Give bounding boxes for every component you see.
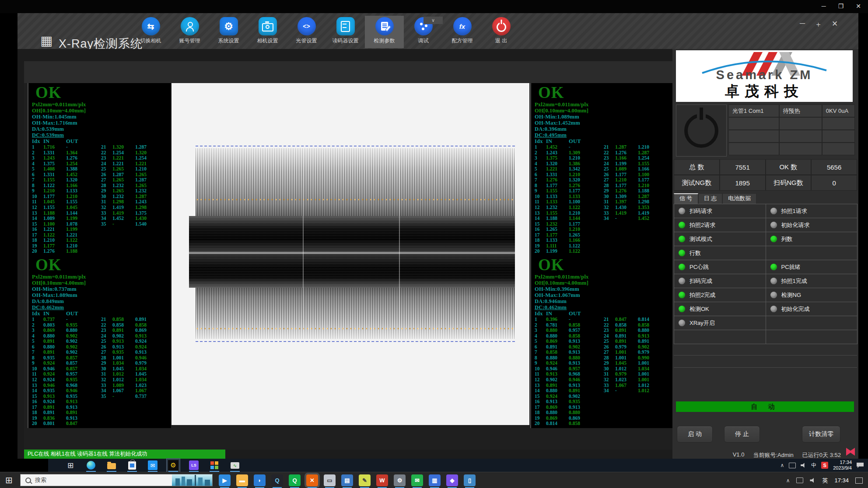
taskbar-icon-store[interactable] (126, 459, 139, 472)
brand-name-cn: 卓茂科技 (676, 82, 853, 101)
app-close-button[interactable]: ✕ (832, 19, 838, 29)
measure-row: 341.0671.067 (101, 388, 171, 394)
measure-row: 220.8580.858 (604, 322, 673, 328)
tray-chevron-icon[interactable]: ∧ (786, 478, 790, 484)
measure-row: 51.2211.342 (535, 166, 604, 172)
auto-mode-bar[interactable]: 自 动 (676, 401, 854, 412)
network-icon[interactable] (789, 463, 796, 468)
tab-log[interactable]: 日 志 (698, 193, 723, 204)
taskbar-icon-explorer[interactable] (105, 459, 118, 472)
start-button[interactable]: 启 动 (677, 426, 713, 443)
action-center-icon[interactable] (855, 478, 863, 484)
start-menu-button[interactable]: ⊞ (5, 475, 13, 485)
os-top-bar: ─ ❐ ✕ (0, 0, 868, 13)
power-icon (497, 22, 506, 32)
volume-icon[interactable] (801, 463, 806, 468)
clear-count-button[interactable]: 计数清零 (802, 426, 840, 443)
measure-row: 50.8910.902 (32, 338, 101, 344)
measure-row: 130.9460.968 (32, 383, 101, 388)
xray-power-button[interactable] (676, 105, 727, 157)
measure-row: 34-1.012 (604, 388, 673, 394)
os-close-button[interactable]: ✕ (856, 2, 861, 10)
pinned-app-notes[interactable]: ▤ (341, 474, 353, 486)
volume-icon[interactable] (810, 478, 816, 483)
measure-row: 270.9350.913 (101, 349, 171, 355)
pinned-app-xray-tool[interactable]: ✕ (306, 474, 318, 486)
taskbar-icon-mail[interactable]: ✉ (146, 459, 159, 472)
annotation-dashes-bottom (196, 341, 515, 342)
pinned-app-browser[interactable]: ◗ (254, 474, 266, 486)
pinned-app-monitor[interactable]: ▭ (324, 474, 336, 486)
measure-row: 171.1771.265 (535, 232, 604, 238)
toolbar-item-gear[interactable]: ⚙系统设置 (209, 16, 248, 48)
pinned-app-wechat[interactable]: ✉ (411, 474, 423, 486)
toolbar-dropdown-button[interactable]: ∨ (424, 17, 443, 24)
pinned-app-wps[interactable]: W (376, 474, 388, 486)
pinned-app-folder[interactable]: ▬ (236, 474, 248, 486)
taskbar-icon-start[interactable]: ⊞ (64, 459, 77, 472)
toolbar-item-switch-camera[interactable]: ⇆切换相机 (131, 16, 170, 48)
network-icon[interactable] (796, 478, 803, 483)
stop-button[interactable]: 停 止 (724, 426, 760, 443)
taskbar-icon-monitor[interactable]: ∿ (228, 459, 242, 472)
clock[interactable]: 17:34 2023/9/4 (833, 460, 852, 471)
measure-row: 271.2101.177 (604, 177, 673, 183)
tray-date: 2023/9/4 (833, 465, 852, 471)
toolbar-item-camera[interactable]: 相机设置 (248, 16, 287, 48)
measure-row: 121.1551.045 (32, 205, 101, 210)
pinned-app-qc-app[interactable]: Q (289, 474, 301, 486)
tab-battery-data[interactable]: 电池数据 (722, 193, 756, 204)
measure-row: 35-0.737 (101, 394, 171, 399)
signal-label: 列数 (781, 235, 793, 243)
measure-row: 101.1331.133 (535, 194, 604, 199)
toolbar-item-doc-edit[interactable]: 检测参数 (365, 16, 404, 48)
divider (674, 367, 857, 368)
toolbar-item-power[interactable]: 退 出 (482, 16, 521, 48)
language-indicator[interactable]: 英 (822, 477, 828, 485)
measurement-block: OKPxl2mm=0.011mm/plxOH[0.10mm~4.00mm]OH-… (28, 255, 171, 428)
pinned-app-tools[interactable]: ⚙ (394, 474, 406, 486)
app-maximize-button[interactable]: ＋ (815, 19, 822, 29)
toolbar-item-label: 退 出 (495, 37, 507, 45)
param-line: OH-Max:1.452mm (535, 120, 673, 126)
measure-column: 10.396-20.7810.85830.8800.95740.8800.858… (535, 317, 604, 426)
taskbar-icon-xray-app[interactable]: ⚙ (167, 459, 180, 472)
toolbar-item-fx[interactable]: fx配方管理 (443, 16, 482, 48)
param-line: DC:0.539mm (32, 132, 171, 138)
os-minimize-button[interactable]: ─ (822, 2, 826, 10)
app-minimize-button[interactable]: ─ (800, 19, 805, 29)
tray-chevron-icon[interactable]: ∧ (780, 462, 784, 468)
taskbar-icon-edge[interactable] (84, 459, 98, 472)
pinned-app-q-app[interactable]: Q (271, 474, 283, 486)
measure-row: 35-1.540 (101, 221, 171, 227)
notification-icon[interactable] (857, 463, 864, 468)
clock[interactable]: 17:34 (834, 477, 849, 484)
pinned-app-window-app[interactable]: ▯ (464, 474, 476, 486)
total-label: 总 数 (674, 159, 720, 175)
pinned-app-telegram[interactable]: ▶ (219, 474, 231, 486)
pinned-app-editor[interactable]: ✎ (359, 474, 371, 486)
measure-row: 251.2651.210 (101, 166, 171, 172)
measure-row: 120.9020.946 (535, 377, 604, 383)
param-line: DC:0.495mm (535, 132, 673, 138)
os-maximize-button[interactable]: ❐ (838, 2, 844, 10)
toolbar-item-reader[interactable]: 读码器设置 (326, 16, 365, 48)
pinned-app-purple-app[interactable]: ◆ (446, 474, 458, 486)
total-value: 7551 (720, 159, 766, 175)
tab-signal[interactable]: 信 号 (674, 193, 698, 204)
ime-indicator[interactable]: 中 (811, 462, 816, 469)
measure-row: 301.3091.287 (604, 194, 673, 199)
toolbar-item-code[interactable]: <>光管设置 (287, 16, 326, 48)
outer-system-tray: ∧ 英 17:34 (786, 472, 863, 488)
search-box[interactable]: 搜索 (20, 474, 213, 486)
signal-row: XRay开启 (674, 316, 858, 330)
pinned-app-docs[interactable]: ▥ (429, 474, 441, 486)
measure-row: 161.2211.199 (32, 227, 101, 232)
taskbar-icon-tiles[interactable] (208, 459, 221, 472)
taskbar-icon-ls[interactable]: LS (187, 459, 200, 472)
measure-columns: 11.716-21.3311.36431.2431.27641.3751.254… (32, 144, 171, 254)
signal-cell-拍照2完成: 拍照2完成 (674, 288, 766, 302)
toolbar-item-account[interactable]: 账号管理 (170, 16, 209, 48)
sogou-input-icon[interactable]: S (821, 462, 828, 469)
signal-row: 检测OK初始化完成 (674, 302, 858, 316)
